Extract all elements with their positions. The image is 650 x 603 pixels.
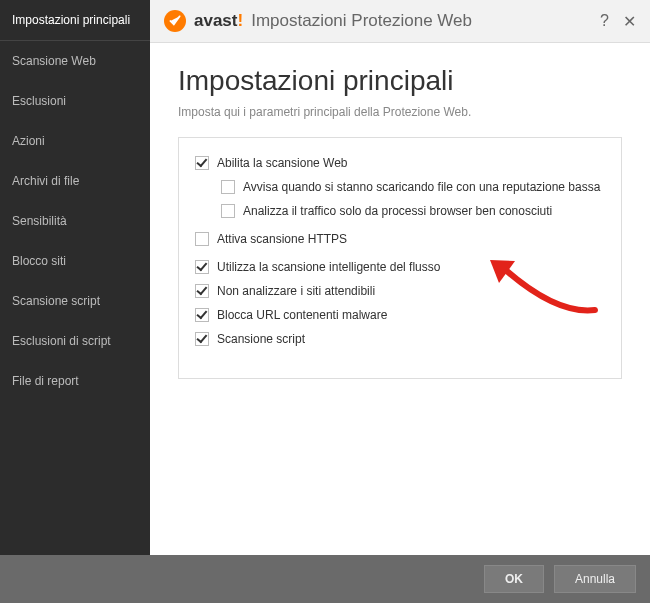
sidebar-item-site-blocking[interactable]: Blocco siti — [0, 241, 150, 281]
sidebar-item-report-files[interactable]: File di report — [0, 361, 150, 401]
checkbox[interactable] — [195, 232, 209, 246]
header: avast! Impostazioni Protezione Web ? ✕ — [150, 0, 650, 43]
checkbox[interactable] — [221, 204, 235, 218]
option-warn-low-reputation[interactable]: Avvisa quando si stanno scaricando file … — [221, 180, 605, 194]
option-enable-https-scan[interactable]: Attiva scansione HTTPS — [195, 232, 605, 246]
sidebar-item-main-settings[interactable]: Impostazioni principali — [0, 0, 150, 41]
sidebar-item-script-scan[interactable]: Scansione script — [0, 281, 150, 321]
close-icon[interactable]: ✕ — [623, 12, 636, 31]
option-block-malware-urls[interactable]: Blocca URL contenenti malware — [195, 308, 605, 322]
sidebar-item-actions[interactable]: Azioni — [0, 121, 150, 161]
option-enable-web-scan[interactable]: Abilita la scansione Web — [195, 156, 605, 170]
checkbox[interactable] — [195, 156, 209, 170]
option-smart-stream-scan[interactable]: Utilizza la scansione intelligente del f… — [195, 260, 605, 274]
sidebar: Impostazioni principali Scansione Web Es… — [0, 0, 150, 555]
header-title: Impostazioni Protezione Web — [251, 11, 472, 31]
checkbox[interactable] — [221, 180, 235, 194]
sidebar-item-exclusions[interactable]: Esclusioni — [0, 81, 150, 121]
checkbox[interactable] — [195, 260, 209, 274]
page-title: Impostazioni principali — [178, 65, 622, 97]
checkbox[interactable] — [195, 332, 209, 346]
cancel-button[interactable]: Annulla — [554, 565, 636, 593]
ok-button[interactable]: OK — [484, 565, 544, 593]
help-icon[interactable]: ? — [600, 12, 609, 31]
option-script-scan[interactable]: Scansione script — [195, 332, 605, 346]
option-known-browsers-only[interactable]: Analizza il traffico solo da processi br… — [221, 204, 605, 218]
brand-text: avast! — [194, 11, 243, 31]
option-skip-trusted-sites[interactable]: Non analizzare i siti attendibili — [195, 284, 605, 298]
sidebar-item-file-archives[interactable]: Archivi di file — [0, 161, 150, 201]
avast-logo-icon — [164, 10, 186, 32]
checkbox[interactable] — [195, 308, 209, 322]
sidebar-item-script-exclusions[interactable]: Esclusioni di script — [0, 321, 150, 361]
checkbox[interactable] — [195, 284, 209, 298]
sidebar-item-sensitivity[interactable]: Sensibilità — [0, 201, 150, 241]
page-subtitle: Imposta qui i parametri principali della… — [178, 105, 622, 119]
footer: OK Annulla — [0, 555, 650, 603]
sidebar-item-web-scan[interactable]: Scansione Web — [0, 41, 150, 81]
options-panel: Abilita la scansione Web Avvisa quando s… — [178, 137, 622, 379]
